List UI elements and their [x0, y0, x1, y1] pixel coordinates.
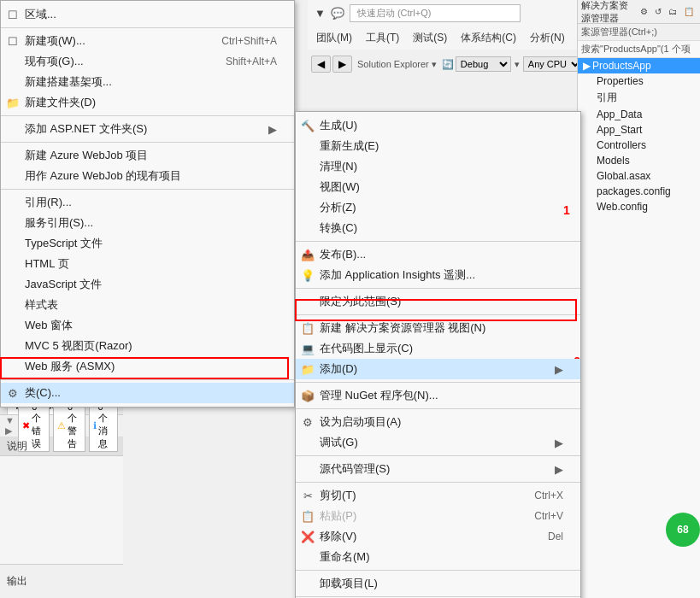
menu-nuget[interactable]: 📦 管理 NuGet 程序包(N)... — [296, 385, 580, 406]
menu-html[interactable]: HTML 页 — [1, 254, 294, 274]
solution-explorer-toolbar: 解决方案资源管理器 ⚙ ↺ 🗂 📋 — [578, 0, 700, 24]
new-item-icon: ☐ — [4, 35, 21, 48]
remove-icon: ❌ — [299, 531, 316, 543]
menu-webform[interactable]: Web 窗体 — [1, 315, 294, 336]
solution-search-label: 搜索"ProductsApp"(1 个项 — [578, 41, 700, 58]
arrow-icon: ▶ — [268, 123, 277, 136]
menu-appinsights[interactable]: 💡 添加 Application Insights 遥测... — [296, 265, 580, 285]
info-icon: ℹ — [93, 420, 97, 431]
refresh-button[interactable]: ↺ — [652, 6, 664, 17]
publish-icon: 📤 — [299, 249, 316, 261]
menu-azure-webjob-new[interactable]: 新建 Azure WebJob 项目 — [1, 145, 294, 166]
menu-webservice[interactable]: Web 服务 (ASMX) — [1, 356, 294, 377]
menu-transform[interactable]: 转换(C) — [296, 218, 580, 238]
menu-architecture[interactable]: 体系结构(C) — [456, 29, 521, 47]
mid-context-menu: 🔨 生成(U) 重新生成(E) 清理(N) 视图(W) 分析(Z) 转换(C) … — [295, 111, 581, 598]
error-x-icon: ✖ — [22, 420, 30, 431]
sol-item-global-asax[interactable]: Global.asax — [578, 168, 700, 184]
menu-azure-webjob-existing[interactable]: 用作 Azure WebJob 的现有项目 — [1, 166, 294, 186]
add-arrow-icon: ▶ — [555, 363, 563, 376]
menu-view[interactable]: 视图(W) — [296, 177, 580, 197]
menu-mvc5-view[interactable]: MVC 5 视图页(Razor) — [1, 336, 294, 356]
menu-add[interactable]: 📁 添加(D) ▶ — [296, 359, 580, 379]
menu-publish[interactable]: 📤 发布(B)... — [296, 244, 580, 265]
sep-mid-2 — [296, 288, 580, 289]
separator-4 — [1, 189, 294, 190]
menu-rebuild[interactable]: 重新生成(E) — [296, 136, 580, 156]
sol-item-references[interactable]: 引用 — [578, 89, 700, 107]
error-filter-warnings[interactable]: ⚠ 0 个警告 — [53, 400, 85, 452]
left-context-menu: ☐ 区域... ☐ 新建项(W)... Ctrl+Shift+A 现有项(G).… — [0, 0, 295, 407]
source-arrow-icon: ▶ — [555, 463, 563, 476]
menu-scope[interactable]: 限定为此范围(S) — [296, 291, 580, 312]
solution-explorer-title: 解决方案资源管理器 — [581, 0, 636, 25]
menu-scaffold[interactable]: 新建搭建基架项... — [1, 72, 294, 92]
quick-launch-box[interactable]: 快速启动 (Ctrl+Q) — [350, 4, 521, 22]
menu-existing-item[interactable]: 现有项(G)... Shift+Alt+A — [1, 51, 294, 72]
menu-debug[interactable]: 调试(G) ▶ — [296, 432, 580, 453]
platform-select[interactable]: Any CPU — [523, 56, 583, 72]
menu-remove[interactable]: ❌ 移除(V) Del — [296, 526, 580, 547]
sol-item-controllers[interactable]: Controllers — [578, 138, 700, 153]
menu-rename[interactable]: 重命名(M) — [296, 547, 580, 567]
menu-new-solution-view[interactable]: 📋 新建 解决方案资源管理器 视图(N) — [296, 318, 580, 338]
sol-item-app-start[interactable]: App_Start — [578, 122, 700, 138]
menu-build[interactable]: 🔨 生成(U) — [296, 115, 580, 136]
forward-button[interactable]: ▶ — [332, 56, 352, 73]
error-list-panel: 错误列表 ▼ ▶ ✖ 0 个错误 ⚠ 0 个警告 ℹ 0 个消息 说明 — [0, 393, 123, 564]
menu-paste[interactable]: 📋 粘贴(P) Ctrl+V — [296, 506, 580, 526]
filter-icon[interactable]: ▼ — [315, 7, 326, 20]
sep-mid-3 — [296, 314, 580, 315]
menu-new-item[interactable]: ☐ 新建项(W)... Ctrl+Shift+A — [1, 31, 294, 51]
menu-stylesheet[interactable]: 样式表 — [1, 295, 294, 315]
menu-new-folder[interactable]: 📁 新建文件夹(D) — [1, 92, 294, 113]
separator-3 — [1, 142, 294, 143]
green-circle-badge: 68 — [666, 513, 700, 547]
menu-set-startup[interactable]: ⚙ 设为启动项目(A) — [296, 412, 580, 432]
sep-mid-4 — [296, 382, 580, 383]
menu-aspnet-folder[interactable]: 添加 ASP.NET 文件夹(S) ▶ — [1, 119, 294, 139]
menu-team[interactable]: 团队(M) — [311, 29, 357, 47]
chat-icon[interactable]: 💬 — [331, 7, 344, 20]
copy-button[interactable]: 📋 — [681, 6, 697, 17]
error-filter-info[interactable]: ℹ 0 个消息 — [89, 400, 118, 452]
output-panel: 输出 — [0, 564, 123, 598]
sep-mid-7 — [296, 482, 580, 483]
menu-region[interactable]: ☐ 区域... — [1, 4, 294, 25]
nuget-icon: 📦 — [299, 390, 316, 402]
sep-mid-1 — [296, 241, 580, 242]
sol-item-properties[interactable]: Properties — [578, 73, 700, 89]
sol-item-web-config[interactable]: Web.config — [578, 199, 700, 214]
menu-service-reference[interactable]: 服务引用(S)... — [1, 213, 294, 233]
menu-test[interactable]: 测试(S) — [408, 29, 452, 47]
solution-view-icon: 📋 — [299, 322, 316, 335]
menu-unload[interactable]: 卸载项目(L) — [296, 573, 580, 594]
menu-tools[interactable]: 工具(T) — [361, 29, 404, 47]
solution-explorer-label: 案源管理器(Ctrl+;) — [578, 24, 700, 41]
menu-typescript[interactable]: TypeScript 文件 — [1, 233, 294, 254]
menu-class[interactable]: ⚙ 类(C)... — [1, 383, 294, 403]
sol-item-models[interactable]: Models — [578, 153, 700, 168]
menu-code-map[interactable]: 💻 在代码图上显示(C) — [296, 338, 580, 359]
class-icon: ⚙ — [4, 387, 21, 400]
settings-button[interactable]: ⚙ — [638, 6, 650, 17]
menu-cut[interactable]: ✂ 剪切(T) Ctrl+X — [296, 485, 580, 506]
collapse-button[interactable]: 🗂 — [666, 6, 679, 17]
menu-clean[interactable]: 清理(N) — [296, 156, 580, 177]
error-toolbar: ▼ ▶ ✖ 0 个错误 ⚠ 0 个警告 ℹ 0 个消息 — [0, 415, 123, 437]
menu-analyze[interactable]: 分析(N) — [525, 29, 570, 47]
config-select[interactable]: Debug Release — [456, 56, 511, 72]
sol-item-productsapp[interactable]: ▶ ProductsApp — [578, 58, 700, 73]
menu-reference[interactable]: 引用(R)... — [1, 192, 294, 213]
separator-5 — [1, 379, 294, 380]
solution-explorer-panel: 解决方案资源管理器 ⚙ ↺ 🗂 📋 案源管理器(Ctrl+;) 搜索"Produ… — [577, 0, 700, 598]
menu-source-control[interactable]: 源代码管理(S) ▶ — [296, 459, 580, 479]
back-button[interactable]: ◀ — [311, 56, 331, 73]
sol-item-app-data[interactable]: App_Data — [578, 107, 700, 122]
sol-item-packages-config[interactable]: packages.config — [578, 184, 700, 199]
menu-analyze-z[interactable]: 分析(Z) — [296, 197, 580, 218]
paste-icon: 📋 — [299, 510, 316, 523]
menu-javascript[interactable]: JavaScript 文件 — [1, 274, 294, 295]
annotation-1: 1 — [563, 203, 570, 217]
cut-icon: ✂ — [299, 490, 316, 502]
